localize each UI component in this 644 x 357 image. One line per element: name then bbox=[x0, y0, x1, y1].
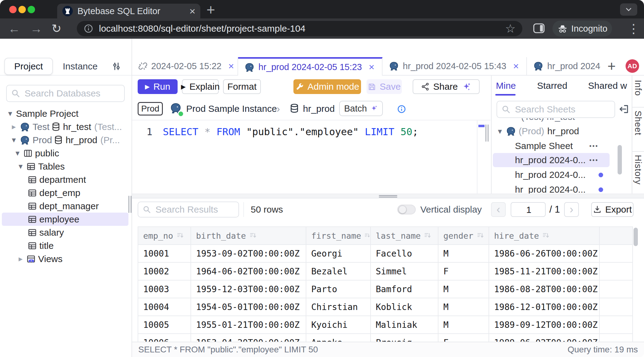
database-search[interactable] bbox=[6, 85, 125, 102]
sidebar-splitter-handle[interactable] bbox=[131, 196, 132, 213]
sheet-search[interactable] bbox=[497, 101, 615, 118]
rail-tab-history[interactable]: History bbox=[633, 155, 643, 185]
batch-button[interactable]: Batch bbox=[339, 101, 383, 116]
bookmark-star-icon[interactable]: ☆ bbox=[505, 22, 516, 35]
sort-icon[interactable] bbox=[176, 232, 184, 239]
sheet-tab-4[interactable]: hr_prod 2024-0 bbox=[527, 57, 601, 75]
tree-item-hr-test[interactable]: ▸ Test hr_test (Test... bbox=[0, 120, 132, 133]
caret-right-icon[interactable]: ▸ bbox=[10, 122, 18, 131]
address-bar[interactable]: localhost:8080/sql-editor/sheet/project-… bbox=[77, 21, 522, 36]
caret-down-icon[interactable]: ▾ bbox=[10, 135, 18, 145]
column-header[interactable]: last_name bbox=[371, 227, 438, 244]
sort-icon[interactable] bbox=[542, 232, 550, 239]
panel-splitter-handle[interactable] bbox=[485, 124, 486, 142]
tab-shared[interactable]: Shared w bbox=[588, 80, 627, 91]
tab-project[interactable]: Project bbox=[4, 58, 53, 75]
sort-icon[interactable] bbox=[477, 232, 485, 239]
tab-starred[interactable]: Starred bbox=[537, 80, 567, 91]
caret-down-icon[interactable]: ▾ bbox=[496, 127, 504, 136]
tree-item-schema-public[interactable]: ▾ public bbox=[0, 147, 132, 160]
rail-tab-info[interactable]: Info bbox=[633, 80, 643, 96]
sheet-tab-2-active[interactable]: hr_prod 2024-02-05 15:23 × bbox=[238, 57, 383, 76]
sheet-search-input[interactable] bbox=[514, 104, 610, 115]
sort-icon[interactable] bbox=[364, 232, 370, 239]
column-header[interactable]: birth_date bbox=[191, 227, 306, 244]
sort-icon[interactable] bbox=[424, 232, 432, 239]
export-button[interactable]: Export bbox=[591, 202, 634, 217]
tree-group-views[interactable]: ▸ Views bbox=[0, 252, 132, 265]
maximize-window-button[interactable] bbox=[28, 6, 35, 13]
tree-item-table-dept-emp[interactable]: dept_emp bbox=[0, 186, 132, 199]
share-button[interactable]: Share bbox=[413, 79, 480, 94]
column-header[interactable]: emp_no bbox=[138, 227, 191, 244]
reload-icon[interactable]: ↻ bbox=[52, 18, 61, 39]
tree-group-tables[interactable]: ▾ Tables bbox=[0, 160, 132, 173]
results-splitter[interactable] bbox=[132, 194, 644, 198]
tab-mine[interactable]: Mine bbox=[496, 80, 516, 91]
results-search[interactable] bbox=[138, 202, 239, 218]
prev-page-button[interactable]: ‹ bbox=[491, 202, 506, 217]
sql-editor[interactable]: 1SELECT*FROM"public"."employee"LIMIT50; bbox=[132, 120, 490, 194]
sort-icon[interactable] bbox=[249, 232, 257, 239]
collapse-panel-icon[interactable] bbox=[619, 104, 629, 114]
column-header[interactable]: gender bbox=[438, 227, 489, 244]
back-icon[interactable]: ← bbox=[8, 18, 20, 39]
close-window-button[interactable] bbox=[9, 6, 17, 13]
instance-name[interactable]: Prod Sample Instance bbox=[186, 104, 277, 114]
browser-menu-icon[interactable]: ⋮ bbox=[627, 18, 640, 39]
caret-down-icon[interactable]: ▾ bbox=[17, 162, 25, 171]
sheet-item[interactable]: hr_prod 2024-0... bbox=[492, 168, 632, 182]
site-info-icon[interactable] bbox=[84, 24, 93, 33]
sheet-item-selected[interactable]: hr_prod 2024-0... ••• bbox=[492, 153, 632, 167]
column-header[interactable]: hire_date bbox=[489, 227, 600, 244]
results-scrollbar[interactable] bbox=[634, 228, 638, 246]
save-button[interactable]: Save bbox=[367, 79, 402, 94]
tree-item-table-title[interactable]: title bbox=[0, 239, 132, 252]
info-icon[interactable] bbox=[397, 104, 406, 114]
page-number-input[interactable] bbox=[511, 203, 546, 217]
sidebar-splitter-handle[interactable] bbox=[128, 196, 129, 213]
rail-tab-sheet[interactable]: Sheet bbox=[633, 111, 643, 135]
close-sheet-icon[interactable]: × bbox=[228, 61, 234, 72]
tree-item-project[interactable]: ▾ Sample Project bbox=[0, 107, 132, 120]
sheet-item[interactable]: Sample Sheet ••• bbox=[492, 139, 632, 153]
format-button[interactable]: Format bbox=[223, 79, 261, 94]
sheet-item[interactable]: hr_prod 2024-0... bbox=[492, 182, 632, 194]
editor-scrollbar[interactable] bbox=[477, 120, 485, 194]
side-panel-icon[interactable] bbox=[533, 23, 545, 33]
tree-item-table-salary[interactable]: salary bbox=[0, 226, 132, 239]
more-menu-icon[interactable]: ••• bbox=[589, 157, 599, 164]
caret-right-icon[interactable]: ▸ bbox=[17, 254, 25, 264]
tab-search-button[interactable] bbox=[620, 3, 637, 16]
filter-sliders-icon[interactable] bbox=[111, 61, 122, 71]
user-avatar[interactable]: AD bbox=[626, 59, 639, 73]
page-number-field[interactable] bbox=[511, 202, 546, 217]
next-page-button[interactable]: › bbox=[564, 202, 579, 217]
sql-line[interactable]: 1SELECT*FROM"public"."employee"LIMIT50; bbox=[132, 126, 418, 138]
panel-splitter-handle[interactable] bbox=[488, 124, 489, 142]
minimize-window-button[interactable] bbox=[18, 6, 26, 13]
caret-down-icon[interactable]: ▾ bbox=[14, 148, 22, 158]
database-name[interactable]: hr_prod bbox=[303, 104, 335, 114]
tree-item-table-employee[interactable]: employee bbox=[0, 213, 132, 226]
run-button[interactable]: ▶ Run bbox=[138, 79, 178, 94]
close-tab-icon[interactable]: × bbox=[189, 6, 195, 16]
sheet-tab-1[interactable]: 2024-02-05 15:22 × bbox=[132, 57, 238, 75]
column-header[interactable]: first_name bbox=[306, 227, 371, 244]
sheet-list-scrollbar[interactable] bbox=[618, 145, 622, 175]
new-tab-button[interactable]: + bbox=[206, 1, 215, 18]
sheet-tab-3[interactable]: hr_prod 2024-02-05 15:43 × bbox=[383, 57, 527, 75]
environment-chip[interactable]: Prod bbox=[138, 102, 163, 116]
new-sheet-button[interactable]: + bbox=[607, 58, 616, 74]
results-search-input[interactable] bbox=[155, 204, 234, 215]
tree-item-hr-prod[interactable]: ▾ Prod hr_prod (Pr... bbox=[0, 133, 132, 147]
browser-tab[interactable]: Bytebase SQL Editor × bbox=[57, 4, 200, 18]
close-sheet-icon[interactable]: × bbox=[513, 61, 519, 72]
caret-down-icon[interactable]: ▾ bbox=[6, 109, 14, 118]
forward-icon[interactable]: → bbox=[30, 18, 42, 39]
sheet-group-hr-prod[interactable]: ▾ (Prod) hr_prod bbox=[492, 124, 631, 138]
tab-instance[interactable]: Instance bbox=[60, 58, 100, 75]
close-sheet-icon[interactable]: × bbox=[369, 61, 375, 73]
database-search-input[interactable] bbox=[24, 88, 120, 99]
vertical-display-toggle[interactable] bbox=[397, 205, 416, 214]
